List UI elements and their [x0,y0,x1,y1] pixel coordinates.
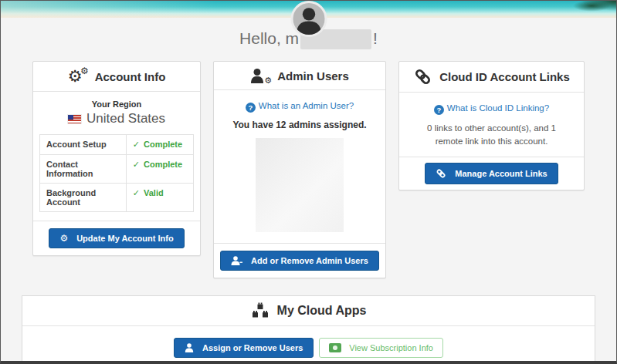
admin-users-title: Admin Users [277,69,349,83]
link-icon [436,168,446,179]
add-remove-admins-button[interactable]: Add or Remove Admin Users [220,251,379,271]
assign-remove-users-label: Assign or Remove Users [202,343,303,352]
greeting-suffix: ! [373,29,378,47]
greeting-prefix: Hello, m [239,29,299,47]
cloud-id-help-text: What is Cloud ID Linking? [447,103,549,113]
chain-link-icon [413,67,432,86]
cloud-id-header: Cloud ID Account Links [399,62,584,93]
assign-remove-users-button[interactable]: Assign or Remove Users [174,338,314,358]
account-info-title: Account Info [95,70,166,83]
question-icon: ? [246,103,256,113]
admin-users-header: ⚙ Admin Users [214,62,385,90]
person-plus-icon [231,256,242,265]
subscription-badge-icon [329,343,341,352]
view-subscription-info-label: View Subscription Info [349,343,433,352]
admin-user-icon: ⚙ [250,67,270,84]
account-info-header: ⚙ ⚙ Account Info [33,62,200,92]
check-icon: ✓ [133,188,140,198]
manage-account-links-label: Manage Account Links [455,169,547,178]
check-icon: ✓ [133,160,140,170]
row-status-text: Valid [144,188,164,197]
update-account-info-button[interactable]: ⚙ Update My Account Info [49,228,184,248]
card-cloud-id-links: Cloud ID Account Links ?What is Cloud ID… [398,61,585,190]
table-row: Contact Information ✓Complete [40,155,193,184]
account-status-table: Account Setup ✓Complete Contact Informat… [39,134,194,212]
person-silhouette-icon [293,3,324,35]
view-subscription-info-button[interactable]: View Subscription Info [319,338,443,358]
cloud-id-footer: Manage Account Links [399,157,584,190]
check-icon: ✓ [133,140,140,150]
card-admin-users: ⚙ Admin Users ?What is an Admin User? Yo… [213,61,386,278]
cloud-id-title: Cloud ID Account Links [439,70,570,83]
add-remove-admins-label: Add or Remove Admin Users [251,256,368,265]
gears-icon: ⚙ ⚙ [68,67,88,86]
row-status-text: Complete [144,160,182,169]
cards-row: ⚙ ⚙ Account Info Your Region United Stat… [1,61,616,278]
apps-actions: Assign or Remove Users View Subscription… [22,338,595,358]
manage-account-links-button[interactable]: Manage Account Links [425,163,558,184]
update-account-info-label: Update My Account Info [76,234,173,243]
cloud-id-body: ?What is Cloud ID Linking? 0 links to ot… [399,93,584,157]
region-label: Your Region [33,99,200,109]
admin-help-text: What is an Admin User? [259,101,354,110]
row-status: ✓Complete [127,135,193,154]
cloud-id-links-summary: 0 links to other account(s), and 1 remot… [415,122,568,147]
person-icon [185,343,194,352]
my-cloud-apps-title: My Cloud Apps [277,304,367,318]
my-cloud-apps-panel: My Cloud Apps Assign or Remove Users Vie… [22,295,595,364]
table-row: Background Account ✓Valid [40,184,193,211]
row-status-text: Complete [144,140,182,149]
row-status: ✓Complete [127,155,193,183]
row-label: Account Setup [40,135,127,154]
admin-user-help-link[interactable]: ?What is an Admin User? [246,101,354,113]
card-account-info: ⚙ ⚙ Account Info Your Region United Stat… [32,61,201,256]
admin-count-summary: You have 12 admins assigned. [220,120,379,130]
account-info-footer: ⚙ Update My Account Info [33,221,200,255]
row-status: ✓Valid [127,184,193,211]
row-label: Background Account [40,184,127,211]
region-block: Your Region United States [33,92,200,130]
us-flag-icon [68,115,81,123]
region-value: United States [33,111,200,126]
region-country: United States [86,111,165,126]
avatar [290,1,327,37]
gear-icon: ⚙ [59,234,68,243]
my-cloud-apps-header: My Cloud Apps [22,296,595,326]
admin-users-body: ?What is an Admin User? You have 12 admi… [214,90,385,243]
redacted-admin-list [256,138,344,232]
table-row: Account Setup ✓Complete [40,135,193,155]
admin-users-footer: Add or Remove Admin Users [214,243,385,278]
cloud-id-help-link[interactable]: ?What is Cloud ID Linking? [434,103,549,115]
question-icon: ? [434,105,444,115]
cubes-icon [251,302,270,319]
row-label: Contact Information [40,155,127,183]
